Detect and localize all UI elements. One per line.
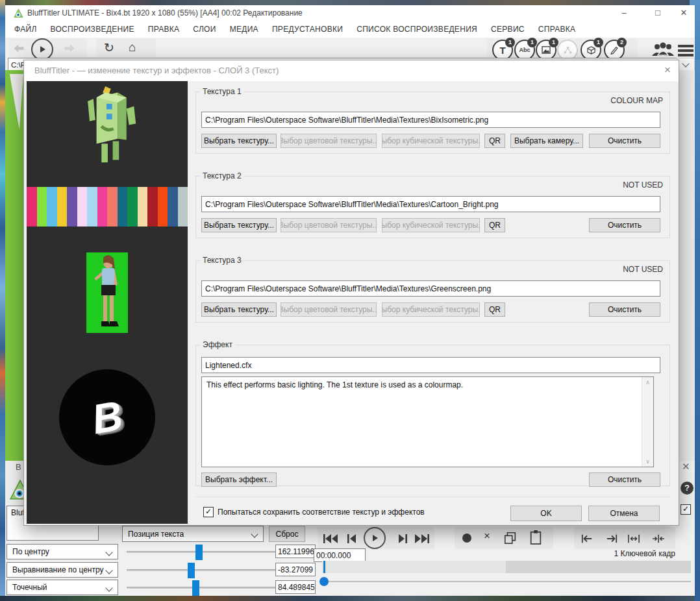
texture3-status: NOT USED [623,265,663,274]
menu-item-2[interactable]: ПРАВКА [148,25,180,34]
z-value-field[interactable]: 84.489845 [275,580,316,594]
timeline-active-range [506,561,691,573]
clear-texture3-button[interactable]: Очистить [589,302,660,317]
dialog-close-icon[interactable]: × [664,64,671,77]
help-icon[interactable]: ? [681,482,694,495]
cancel-button[interactable]: Отмена [588,506,660,521]
text-layer-glyph: T [499,45,505,56]
timeline-track[interactable] [322,561,691,573]
home-icon[interactable]: ⌂ [129,40,136,55]
menu-item-3[interactable]: СЛОИ [193,25,216,34]
menu-item-7[interactable]: СЕРВИС [491,25,525,34]
picture-layer-badge: 1 [549,38,558,47]
expand-keyframes-icon[interactable] [626,533,642,545]
time-slider-handle[interactable] [319,577,329,586]
menu-item-5[interactable]: ПРЕДУСТАНОВКИ [272,25,343,34]
goto-last-keyframe-icon[interactable] [604,533,619,545]
close-button[interactable]: ✕ [674,6,694,19]
qr-button[interactable]: QR [484,134,505,148]
delete-keyframe-icon[interactable]: × [484,530,490,543]
menu-item-4[interactable]: МЕДИА [230,25,258,34]
texture1-group: Текстура 1 COLOUR MAP Выбрать текстуру..… [195,92,670,154]
ok-button[interactable]: OK [510,506,582,521]
effect-scrollbar[interactable]: ∧ ∨ [642,377,653,467]
menu-item-1[interactable]: ВОСПРОИЗВЕДЕНИЕ [51,25,134,34]
choose-texture-button[interactable]: Выбрать текстуру... [201,218,277,232]
menu-item-0[interactable]: ФАЙЛ [14,25,37,34]
collapse-keyframes-icon[interactable] [651,533,666,545]
clear-effect-button[interactable]: Очистить [589,472,660,487]
scroll-down-icon[interactable]: ∨ [642,458,653,465]
skip-end-icon[interactable] [414,534,430,544]
slider-handle[interactable] [195,545,203,560]
menu-item-6[interactable]: СПИСОК ВОСПРОИЗВЕДЕНИЯ [356,25,477,34]
clear-texture1-button[interactable]: Очистить [589,134,660,148]
minimize-button[interactable]: – [614,6,634,19]
forward-icon[interactable] [64,43,75,53]
next-frame-icon[interactable] [397,534,408,544]
effect-description-text: This effect performs basic lighting. The… [206,380,638,389]
refresh-icon[interactable]: ↻ [104,40,114,55]
time-slider-track[interactable] [322,581,691,582]
desktop-edge-bottom [0,596,700,601]
timeline-playhead[interactable] [323,561,325,573]
footer-divider [195,497,670,497]
keyframe-count-label: 1 Ключевой кадр [584,549,675,558]
chevron-down-icon [251,530,258,537]
choose-camera-button[interactable]: Выбрать камеру... [510,134,583,148]
paste-icon[interactable] [529,530,543,545]
interpolation-dropdown[interactable]: Точечный [6,580,118,595]
texture2-status: NOT USED [623,180,663,190]
x-slider[interactable] [127,551,279,553]
preset-dropdown[interactable]: Позиция текста [122,526,264,542]
clear-texture2-button[interactable]: Очистить [589,218,660,232]
reset-button[interactable]: Сброс [269,526,305,542]
choose-texture-button[interactable]: Выбрать текстуру... [201,134,277,148]
position-mode-dropdown[interactable]: По центру [6,544,118,559]
community-icon[interactable] [651,42,675,56]
copy-icon[interactable] [503,531,518,545]
record-keyframe-icon[interactable] [462,534,471,543]
desktop-edge-left [0,0,5,601]
choose-colour-texture-button: Выбор цветовой текстуры... [281,218,377,232]
y-value-field[interactable]: -83.27099 [275,563,316,576]
time-field[interactable]: 00:00.000 [314,548,366,562]
desktop-edge-top [5,0,690,5]
texture3-path-input[interactable] [201,280,660,297]
right-checkbox[interactable]: ✓ [681,504,691,515]
play-animation-button[interactable] [31,38,53,60]
b-letter: B [88,391,126,444]
qr-button[interactable]: QR [484,302,505,317]
goto-first-keyframe-icon[interactable] [579,533,595,545]
fx-panel-close-icon[interactable]: ✕ [682,461,690,472]
z-slider[interactable] [127,587,279,589]
menu-item-8[interactable]: СПРАВКА [538,25,576,34]
x-value-field[interactable]: 162.11996 [275,545,316,558]
texture3-label: Текстура 3 [200,256,244,265]
maximize-button[interactable]: □ [648,6,668,19]
choose-effect-button[interactable]: Выбрать эффект... [201,472,277,487]
alignment-dropdown[interactable]: Выравнивание по центру [6,562,118,578]
prev-frame-icon[interactable] [347,534,357,544]
back-icon[interactable] [13,43,25,53]
play-button[interactable] [364,527,386,549]
texture2-path-input[interactable] [201,196,660,212]
slider-handle[interactable] [188,563,195,578]
y-slider[interactable] [127,569,279,571]
scroll-up-icon[interactable]: ∧ [642,379,653,386]
effect-file-input[interactable] [201,357,660,373]
skip-start-icon[interactable] [323,534,338,544]
main-menu-icon[interactable] [678,43,694,58]
texture1-path-input[interactable] [201,112,660,128]
keep-mapping-checkbox[interactable]: ✓ [203,507,214,517]
stage-preview-green [5,70,23,461]
stripe [97,187,108,227]
qr-button[interactable]: QR [484,218,505,232]
choose-texture-button[interactable]: Выбрать текстуру... [201,302,277,317]
keep-mapping-label: Попытаться сохранить соответствие тексту… [218,508,425,517]
chevron-down-icon [105,548,112,556]
stripe [77,187,88,227]
address-dropdown-button[interactable] [677,58,695,71]
layer-tab-fragment[interactable]: B [16,462,21,472]
slider-handle[interactable] [192,580,199,596]
